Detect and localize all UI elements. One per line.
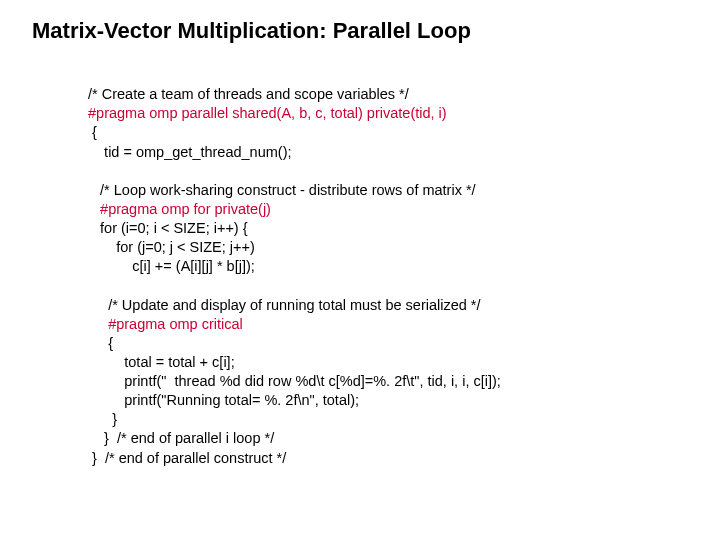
code-line: /* Loop work-sharing construct - distrib… xyxy=(88,182,476,198)
pragma-line: #pragma omp critical xyxy=(88,316,243,332)
pragma-line: #pragma omp parallel shared(A, b, c, tot… xyxy=(88,105,447,121)
code-line: for (i=0; i < SIZE; i++) { xyxy=(88,220,248,236)
code-line: printf("Running total= %. 2f\n", total); xyxy=(88,392,359,408)
slide-title: Matrix-Vector Multiplication: Parallel L… xyxy=(32,18,688,44)
code-line: { xyxy=(88,335,113,351)
code-line: /* Update and display of running total m… xyxy=(88,297,481,313)
code-line: { xyxy=(88,124,97,140)
pragma-line: #pragma omp for private(j) xyxy=(88,201,271,217)
slide: Matrix-Vector Multiplication: Parallel L… xyxy=(0,0,720,492)
code-block: /* Create a team of threads and scope va… xyxy=(32,66,688,468)
code-line: total = total + c[i]; xyxy=(88,354,235,370)
code-line: } /* end of parallel construct */ xyxy=(88,450,286,466)
code-line: } xyxy=(88,411,117,427)
code-line: } /* end of parallel i loop */ xyxy=(88,430,274,446)
code-line: tid = omp_get_thread_num(); xyxy=(88,144,292,160)
code-line: c[i] += (A[i][j] * b[j]); xyxy=(88,258,255,274)
code-line: for (j=0; j < SIZE; j++) xyxy=(88,239,255,255)
code-line: /* Create a team of threads and scope va… xyxy=(88,86,409,102)
code-line: printf(" thread %d did row %d\t c[%d]=%.… xyxy=(88,373,501,389)
